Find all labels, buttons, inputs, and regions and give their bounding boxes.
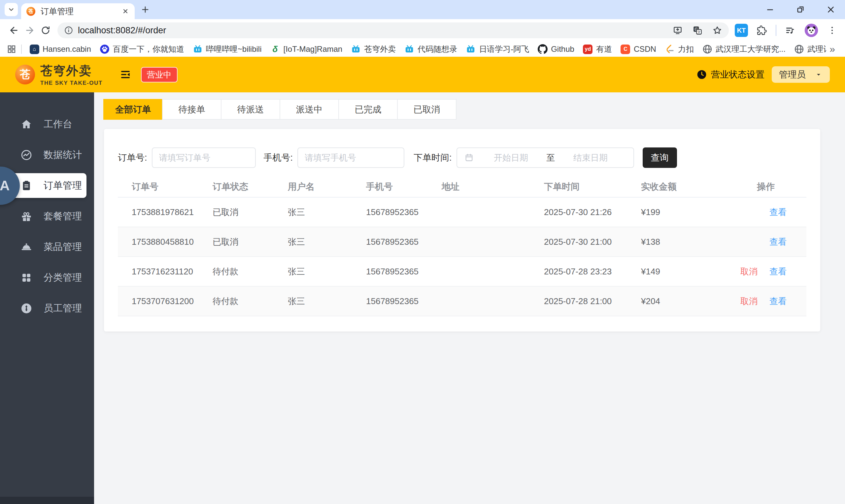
sidebar-item[interactable]: 数据统计 [0, 140, 94, 170]
bilibili-icon [193, 44, 203, 54]
bookmarks-overflow-icon[interactable]: » [826, 43, 839, 55]
bookmark-item[interactable]: yd 有道 [579, 44, 616, 54]
table-row: 1753880458810 已取消 张三 15678952365 2025-07… [118, 227, 806, 257]
bookmark-item[interactable]: C CSDN [616, 44, 661, 54]
order-no-cell: 1753881978621 [118, 207, 199, 217]
column-header: 订单状态 [199, 181, 274, 193]
sidebar-item[interactable]: 套餐管理 [0, 201, 94, 232]
sidebar: 工作台 数据统计 订单管理 套餐管理 [0, 92, 94, 504]
view-order-link[interactable]: 查看 [770, 206, 787, 218]
url-text[interactable]: localhost:8082/#/order [78, 25, 166, 36]
sidebar-item-label: 数据统计 [43, 148, 82, 162]
restore-button[interactable] [796, 5, 805, 14]
business-status-setting[interactable]: 营业状态设置 [697, 69, 764, 80]
sidebar-item-label: 订单管理 [43, 179, 82, 192]
extensions-puzzle-icon[interactable] [757, 25, 767, 36]
bookmark-item[interactable]: δ [IoT-Mag]Raman [266, 44, 347, 54]
column-header: 订单号 [118, 181, 199, 193]
refresh-button[interactable] [38, 22, 53, 38]
bookmark-item[interactable]: Github [533, 44, 579, 54]
sidebar-item-label: 员工管理 [43, 302, 82, 315]
install-app-icon[interactable] [673, 25, 683, 35]
bookmark-item[interactable]: 苍穹外卖 [347, 44, 400, 54]
date-range-picker[interactable]: 开始日期 至 结束日期 [457, 147, 634, 168]
page-info-icon[interactable] [64, 26, 73, 35]
brand: 苍穹外卖 THE SKY TAKE-OUT [40, 63, 103, 86]
cancel-order-link[interactable]: 取消 [740, 295, 758, 307]
bookmark-label: 有道 [596, 44, 612, 54]
new-tab-button[interactable] [141, 5, 150, 14]
bookmark-item[interactable]: 代码随想录 [400, 44, 461, 54]
close-button[interactable] [827, 5, 835, 14]
bookmark-item[interactable]: 武汉理工大学研究... [698, 44, 790, 54]
screen: { "browser": { "tab_title": "订单管理", "url… [0, 0, 845, 504]
leetcode-icon [665, 44, 675, 54]
main-content: 全部订单 待接单 待派送 派送中 已完成 已取消 [94, 92, 845, 504]
cancel-order-link[interactable]: 取消 [740, 266, 758, 277]
end-date-placeholder[interactable]: 结束日期 [555, 152, 626, 164]
phone-cell: 15678952365 [352, 237, 428, 247]
amount-cell: ¥204 [627, 296, 743, 306]
tab-item[interactable]: 已取消 [397, 99, 457, 120]
sidebar-menu: 工作台 数据统计 订单管理 套餐管理 [0, 109, 94, 324]
tab-item[interactable]: 已完成 [338, 99, 398, 120]
order-time-cell: 2025-07-30 21:00 [530, 237, 627, 247]
profile-avatar[interactable] [804, 23, 818, 38]
bookmark-label: Github [551, 44, 574, 54]
app-body: 工作台 数据统计 订单管理 套餐管理 [0, 92, 845, 504]
sidebar-bottom-bar [0, 497, 94, 504]
translate-icon[interactable]: G文 [692, 25, 702, 35]
view-order-link[interactable]: 查看 [770, 266, 787, 277]
kt-extension-icon[interactable]: KT [735, 24, 748, 37]
globe-icon [794, 44, 804, 54]
view-order-link[interactable]: 查看 [770, 236, 787, 248]
user-name-cell: 张三 [274, 236, 352, 248]
brand-logo-icon: 苍 [15, 65, 35, 85]
amount-cell: ¥199 [627, 207, 743, 217]
home-icon [20, 119, 32, 130]
bookmark-item[interactable]: 日语学习-阿飞 [461, 44, 533, 54]
bookmark-item[interactable]: ⌂ Hansen.cabin [25, 44, 95, 54]
bookmark-star-icon[interactable] [712, 25, 722, 35]
bookmark-label: 武理计算机学院 [807, 44, 826, 54]
tab-label: 待派送 [237, 104, 264, 115]
minimize-button[interactable] [766, 5, 774, 14]
sidebar-fold-icon[interactable] [120, 69, 131, 80]
user-menu[interactable]: 管理员 [772, 66, 830, 83]
media-controls-icon[interactable] [785, 25, 795, 36]
apps-grid-icon[interactable] [6, 44, 17, 54]
forward-button[interactable] [22, 22, 38, 38]
sidebar-item[interactable]: 分类管理 [0, 262, 94, 293]
table-body: 1753881978621 已取消 张三 15678952365 2025-07… [118, 198, 806, 316]
browser-menu-icon[interactable] [827, 25, 837, 35]
tab-item[interactable]: 派送中 [280, 99, 339, 120]
order-status-cell: 已取消 [199, 206, 274, 218]
address-bar[interactable]: localhost:8082/#/order G文 [57, 22, 729, 38]
orders-table: 订单号 订单状态 用户名 手机号 地址 下单时间 实收金额 操作 [118, 177, 806, 316]
view-order-link[interactable]: 查看 [770, 295, 787, 307]
bookmarks-divider [21, 44, 22, 54]
bookmark-item[interactable]: 力扣 [661, 44, 698, 54]
browser-tab[interactable]: 苍 订单管理 [21, 3, 135, 19]
bookmark-item[interactable]: 百度一下，你就知道 [95, 44, 189, 54]
tab-close-icon[interactable] [122, 7, 129, 15]
tab-item[interactable]: 全部订单 [103, 99, 163, 120]
bookmark-label: 武汉理工大学研究... [716, 44, 786, 54]
search-button[interactable]: 查询 [642, 147, 677, 168]
tab-search-button[interactable] [5, 3, 18, 16]
sidebar-item[interactable]: 工作台 [0, 109, 94, 140]
combo-icon [20, 211, 32, 222]
sidebar-item[interactable]: 菜品管理 [0, 232, 94, 262]
tab-item[interactable]: 待接单 [162, 99, 222, 120]
clock-icon [697, 69, 707, 80]
order-no-input[interactable] [152, 147, 256, 168]
bookmark-item[interactable]: 武理计算机学院 [790, 44, 826, 54]
category-icon [20, 272, 32, 284]
bookmark-item[interactable]: 哔哩哔哩~bilibili [189, 44, 266, 54]
back-button[interactable] [6, 22, 22, 38]
sidebar-item[interactable]: 员工管理 [0, 293, 94, 324]
stats-icon [20, 149, 32, 161]
tab-item[interactable]: 待派送 [221, 99, 280, 120]
start-date-placeholder[interactable]: 开始日期 [476, 152, 547, 164]
phone-input[interactable] [297, 147, 404, 168]
